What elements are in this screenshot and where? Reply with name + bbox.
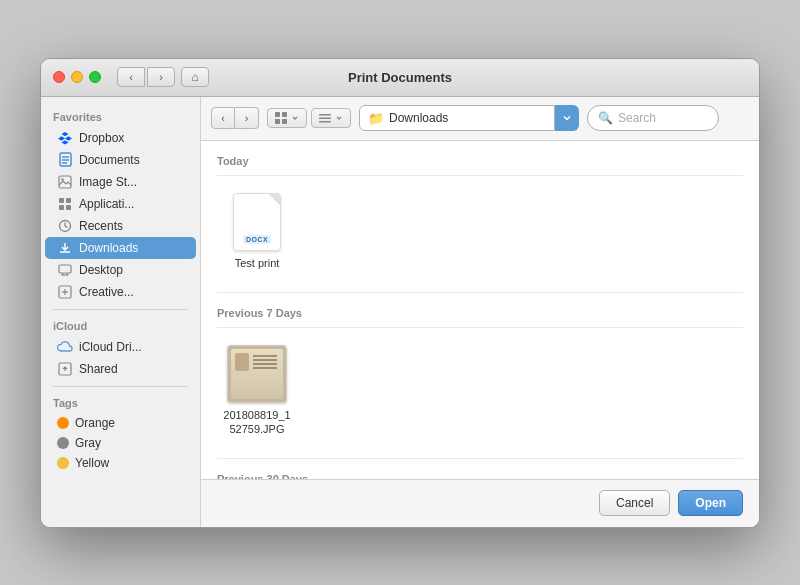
search-input[interactable] bbox=[618, 111, 708, 125]
list-view-button[interactable] bbox=[311, 108, 351, 128]
sidebar-tag-gray[interactable]: Gray bbox=[45, 433, 196, 453]
yellow-dot bbox=[57, 457, 69, 469]
id-card-visual bbox=[231, 349, 283, 399]
maximize-button[interactable] bbox=[89, 71, 101, 83]
sidebar-item-applications[interactable]: Applicati... bbox=[45, 193, 196, 215]
svg-point-5 bbox=[61, 178, 63, 180]
sidebar-desktop-label: Desktop bbox=[79, 263, 123, 277]
svg-rect-20 bbox=[282, 112, 287, 117]
toolbar: ‹ › 📁 Downloads bbox=[201, 97, 759, 141]
clock-icon bbox=[57, 218, 73, 234]
finder-window: ‹ › ⌂ Print Documents Favorites Dropbox … bbox=[40, 58, 760, 528]
view-buttons bbox=[267, 108, 351, 128]
svg-rect-21 bbox=[275, 119, 280, 124]
search-icon: 🔍 bbox=[598, 111, 613, 125]
sidebar-divider-1 bbox=[53, 309, 188, 310]
sidebar-image-studio-label: Image St... bbox=[79, 175, 137, 189]
sidebar-item-recents[interactable]: Recents bbox=[45, 215, 196, 237]
forward-button[interactable]: › bbox=[147, 67, 175, 87]
search-box: 🔍 bbox=[587, 105, 719, 131]
gray-dot bbox=[57, 437, 69, 449]
photo-filename: 201808819_152759.JPG bbox=[223, 408, 291, 437]
home-button[interactable]: ⌂ bbox=[181, 67, 209, 87]
dropdown-icon bbox=[290, 114, 300, 122]
tags-label: Tags bbox=[41, 393, 200, 413]
sidebar-creative-label: Creative... bbox=[79, 285, 134, 299]
jpg-icon-container bbox=[227, 344, 287, 404]
svg-rect-24 bbox=[319, 118, 331, 120]
minimize-button[interactable] bbox=[71, 71, 83, 83]
toolbar-forward-button[interactable]: › bbox=[235, 107, 259, 129]
cancel-button[interactable]: Cancel bbox=[599, 490, 670, 516]
tag-orange-label: Orange bbox=[75, 416, 115, 430]
today-file-grid: DOCX Test print bbox=[217, 186, 743, 276]
nav-buttons: ‹ › bbox=[117, 67, 175, 87]
main-panel: ‹ › 📁 Downloads bbox=[201, 97, 759, 527]
sidebar-applications-label: Applicati... bbox=[79, 197, 134, 211]
folder-icon: 📁 bbox=[368, 111, 384, 126]
tag-gray-label: Gray bbox=[75, 436, 101, 450]
sidebar-item-image-studio[interactable]: Image St... bbox=[45, 171, 196, 193]
svg-rect-23 bbox=[319, 114, 331, 116]
location-bar: 📁 Downloads bbox=[359, 105, 579, 131]
favorites-label: Favorites bbox=[41, 107, 200, 127]
sidebar-tag-yellow[interactable]: Yellow bbox=[45, 453, 196, 473]
close-button[interactable] bbox=[53, 71, 65, 83]
file-item-test-print[interactable]: DOCX Test print bbox=[217, 186, 297, 276]
list-view-icon bbox=[318, 111, 332, 125]
sidebar-item-downloads[interactable]: Downloads bbox=[45, 237, 196, 259]
location-dropdown-button[interactable] bbox=[555, 105, 579, 131]
downloads-icon bbox=[57, 240, 73, 256]
icon-view-icon bbox=[274, 111, 288, 125]
sidebar-downloads-label: Downloads bbox=[79, 241, 138, 255]
sidebar: Favorites Dropbox Documents Im bbox=[41, 97, 201, 527]
orange-dot bbox=[57, 417, 69, 429]
section-sep-1 bbox=[217, 292, 743, 293]
docx-icon: DOCX bbox=[233, 193, 281, 251]
sidebar-item-desktop[interactable]: Desktop bbox=[45, 259, 196, 281]
svg-rect-19 bbox=[275, 112, 280, 117]
creative-icon bbox=[57, 284, 73, 300]
image-icon bbox=[57, 174, 73, 190]
previous-30-days-header: Previous 30 Days bbox=[217, 469, 743, 478]
bottom-bar: Cancel Open bbox=[201, 479, 759, 527]
svg-rect-7 bbox=[66, 198, 71, 203]
docx-badge: DOCX bbox=[243, 235, 271, 244]
toolbar-back-button[interactable]: ‹ bbox=[211, 107, 235, 129]
sidebar-tag-orange[interactable]: Orange bbox=[45, 413, 196, 433]
sidebar-dropbox-label: Dropbox bbox=[79, 131, 124, 145]
sidebar-recents-label: Recents bbox=[79, 219, 123, 233]
location-pill: 📁 Downloads bbox=[359, 105, 555, 131]
sidebar-item-dropbox[interactable]: Dropbox bbox=[45, 127, 196, 149]
back-button[interactable]: ‹ bbox=[117, 67, 145, 87]
prev30-section: Previous 30 Days bbox=[217, 469, 743, 478]
jpg-thumbnail bbox=[227, 345, 287, 403]
icloud-label: iCloud bbox=[41, 316, 200, 336]
svg-rect-6 bbox=[59, 198, 64, 203]
test-print-filename: Test print bbox=[235, 256, 280, 270]
docx-icon-container: DOCX bbox=[227, 192, 287, 252]
traffic-lights bbox=[53, 71, 101, 83]
location-text: Downloads bbox=[389, 111, 448, 125]
sidebar-documents-label: Documents bbox=[79, 153, 140, 167]
icon-view-button[interactable] bbox=[267, 108, 307, 128]
svg-rect-22 bbox=[282, 119, 287, 124]
svg-rect-25 bbox=[319, 121, 331, 123]
sidebar-item-icloud-drive[interactable]: iCloud Dri... bbox=[45, 336, 196, 358]
sidebar-shared-label: Shared bbox=[79, 362, 118, 376]
sidebar-item-creative[interactable]: Creative... bbox=[45, 281, 196, 303]
applications-icon bbox=[57, 196, 73, 212]
sidebar-item-documents[interactable]: Documents bbox=[45, 149, 196, 171]
section-sep-2 bbox=[217, 458, 743, 459]
sidebar-item-shared[interactable]: Shared bbox=[45, 358, 196, 380]
file-item-photo[interactable]: 201808819_152759.JPG bbox=[217, 338, 297, 443]
open-button[interactable]: Open bbox=[678, 490, 743, 516]
today-section-header: Today bbox=[217, 151, 743, 176]
window-title: Print Documents bbox=[348, 70, 452, 85]
previous-7-days-header: Previous 7 Days bbox=[217, 303, 743, 328]
svg-rect-9 bbox=[66, 205, 71, 210]
tag-yellow-label: Yellow bbox=[75, 456, 109, 470]
list-dropdown-icon bbox=[334, 114, 344, 122]
svg-rect-4 bbox=[59, 176, 71, 188]
dropbox-icon bbox=[57, 130, 73, 146]
